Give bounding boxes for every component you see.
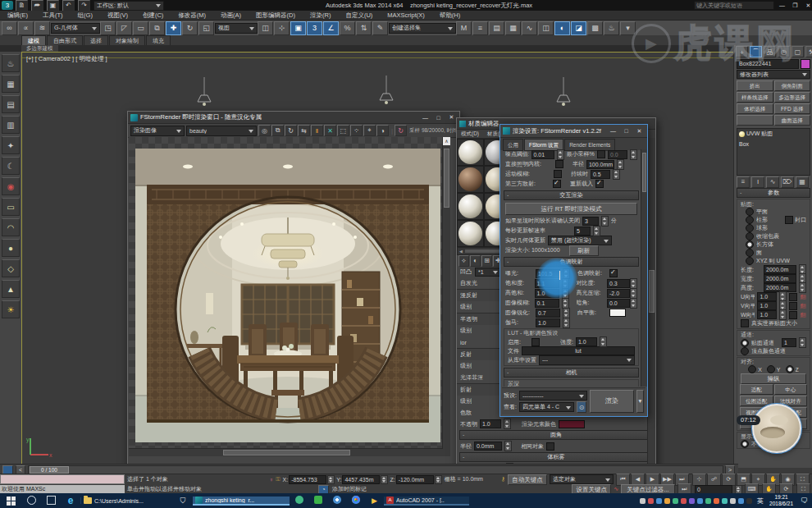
mapping-option[interactable]: 面 <box>737 249 810 257</box>
minsample-checkbox[interactable] <box>597 150 605 158</box>
render-setup-titlebar[interactable]: 渲染设置: FStormRender v1.2.2f — □ ✕ <box>500 125 647 138</box>
material-sample-slot[interactable] <box>457 193 484 220</box>
ribbon-tab[interactable]: 建模 <box>21 35 46 46</box>
flip-checkbox[interactable] <box>789 293 797 301</box>
start-button[interactable] <box>0 493 21 508</box>
modifier-button[interactable]: 样条线选择 <box>737 92 773 103</box>
modifier-button[interactable]: 曲面选择 <box>774 115 811 126</box>
tone-row[interactable]: 图像锐化: 0.7 白平衡: <box>502 308 641 318</box>
tiling-row[interactable]: U向平铺:1.0翻转 <box>737 292 810 301</box>
transform-icon[interactable]: ◱ <box>198 21 214 35</box>
render-tool-icon[interactable]: ◑ <box>376 125 389 136</box>
render-setup-vscrollbar[interactable] <box>641 149 647 387</box>
named-selection-dropdown[interactable]: 创建选择集 <box>389 23 456 34</box>
menu-item[interactable]: 编辑(E) <box>0 11 35 20</box>
modifier-button[interactable]: 多边形选择 <box>774 92 811 103</box>
render-window-maximize[interactable]: □ <box>433 113 444 121</box>
ime-indicator[interactable]: 英 <box>755 497 766 506</box>
taskbar-icon-chrome[interactable] <box>346 496 365 506</box>
taskbar-autocad-item[interactable]: A AutoCAD 2007 - [.. <box>384 497 469 506</box>
taskbar-icon-wechat[interactable] <box>290 496 308 506</box>
editor-render-icon[interactable]: ∿ <box>522 21 537 35</box>
third-party-checkbox[interactable] <box>553 180 561 188</box>
toolbar-icon[interactable]: ⧉ <box>149 21 165 35</box>
menu-item[interactable]: 渲染(R) <box>303 11 338 20</box>
tray-icon[interactable] <box>730 498 736 504</box>
material-corner-header[interactable]: 圆角 <box>459 430 653 440</box>
tiling-row[interactable]: V向平铺:1.0翻转 <box>737 301 810 310</box>
geometry-update-dropdown[interactable]: 禁用 (超快渲染) <box>548 236 612 245</box>
tone-row[interactable]: 图像模糊: 0.1 暗角: 0.0 <box>502 298 641 308</box>
menu-item[interactable]: 组(G) <box>71 11 100 20</box>
flip-checkbox[interactable] <box>789 311 797 319</box>
render-canvas[interactable]: ∧ <box>129 137 450 456</box>
dimension-row[interactable]: 高度:2000.0m <box>737 283 810 292</box>
render-tool-icon[interactable]: ‖ <box>311 125 323 136</box>
welcome-label[interactable]: 欢迎使用 MAXSc <box>0 485 125 493</box>
render-setup-close[interactable]: ✕ <box>634 127 645 135</box>
editor-render-icon[interactable]: ▤ <box>489 21 504 35</box>
render-tool-icon[interactable]: ⌖ <box>363 125 376 136</box>
direct-illum-checkbox[interactable] <box>555 160 563 168</box>
time-tag-icon[interactable]: ◔ <box>318 485 329 494</box>
task-view-button[interactable] <box>41 496 61 506</box>
toolbar-icon[interactable]: ≋ <box>34 21 50 35</box>
preset-dropdown[interactable]: ----------- <box>519 391 587 400</box>
window-minimize-button[interactable]: — <box>777 2 787 10</box>
mapping-option[interactable]: 球形 <box>737 224 810 232</box>
modifier-button[interactable] <box>737 115 773 126</box>
window-close-button[interactable]: ✕ <box>803 2 812 10</box>
toolbar-icon[interactable]: ◳ <box>100 21 116 35</box>
render-setup-minimize[interactable]: — <box>608 127 618 135</box>
key-filter-curve-icon[interactable]: ∿ <box>614 486 618 492</box>
menu-item[interactable]: 动画(A) <box>213 11 249 20</box>
time-slider-thumb[interactable]: 0 / 100 <box>30 466 69 474</box>
tray-icon[interactable] <box>746 498 752 504</box>
parameters-rollout[interactable]: 参数 <box>737 188 810 198</box>
clock[interactable]: 19:212018/6/21 <box>766 493 796 508</box>
notification-icon[interactable]: 🗨 <box>796 497 812 505</box>
tray-icon[interactable] <box>673 498 678 504</box>
render-refresh-icon[interactable]: ↻ <box>395 125 407 136</box>
snap-icon[interactable]: ▣ <box>290 21 306 35</box>
selected-object-dropdown[interactable]: 选定对象 <box>550 474 614 484</box>
render-button-flyout[interactable]: ▾ <box>636 390 644 413</box>
command-panel-tab[interactable]: ▢ <box>791 46 804 57</box>
material-tool-icon[interactable]: ◐ <box>470 255 481 267</box>
left-toolbar-icon[interactable]: ▤ <box>2 95 20 113</box>
editor-render-icon[interactable]: ◐ <box>554 21 570 35</box>
command-panel-tab[interactable]: ＋ <box>736 46 748 57</box>
editor-render-icon[interactable]: ♨ <box>604 21 619 35</box>
realworld-checkbox[interactable] <box>741 319 749 327</box>
render-tool-icon[interactable]: ⁘ <box>350 125 363 136</box>
render-canvas-vscrollbar[interactable]: ∧ <box>442 137 450 456</box>
transform-icon[interactable]: ↻ <box>182 21 198 35</box>
lut-enable-checkbox[interactable] <box>531 338 540 346</box>
manipulate-button[interactable]: 操纵 <box>741 373 806 384</box>
modifier-button[interactable]: 体积选择 <box>737 103 773 114</box>
toolbar-icon[interactable]: ▭ <box>133 21 148 35</box>
same-object-checkbox[interactable] <box>546 442 554 451</box>
left-toolbar-icon[interactable]: ▲ <box>2 280 20 298</box>
viewport-nav-button[interactable]: ☍ <box>707 474 721 486</box>
material-opacity-row[interactable]: 不透明 1.0 渲染元素颜色 <box>457 419 655 429</box>
current-frame-field[interactable]: 0 <box>695 485 732 494</box>
left-toolbar-icon[interactable]: ☀ <box>2 300 20 318</box>
reference-coordinate-dropdown[interactable]: 视图 <box>215 23 258 34</box>
ribbon-tab[interactable]: 对象绘制 <box>109 35 145 46</box>
timeline-prev-button[interactable]: < <box>16 465 25 474</box>
open-file-icon[interactable]: ⮫ <box>31 0 43 11</box>
tray-icon[interactable] <box>656 498 662 504</box>
tray-icon[interactable] <box>664 498 670 504</box>
tiling-row[interactable]: W向平铺:1.0翻转 <box>737 310 810 319</box>
editor-render-icon[interactable]: ▾ <box>620 21 636 35</box>
new-file-icon[interactable]: 🗎 <box>16 0 28 11</box>
left-toolbar-icon[interactable]: ▥ <box>2 116 20 134</box>
material-volume-header[interactable]: 体积雾 <box>459 452 653 462</box>
menu-item[interactable]: 自定义(U) <box>338 11 380 20</box>
render-tool-icon[interactable]: ⧉ <box>271 125 284 136</box>
isolate-icon[interactable]: ♀ <box>269 477 273 483</box>
coordinate-field[interactable]: Y:4457.435m <box>336 475 388 484</box>
material-sample-slot[interactable] <box>457 166 484 193</box>
add-time-tag[interactable]: 添加时间标记 <box>332 485 367 493</box>
